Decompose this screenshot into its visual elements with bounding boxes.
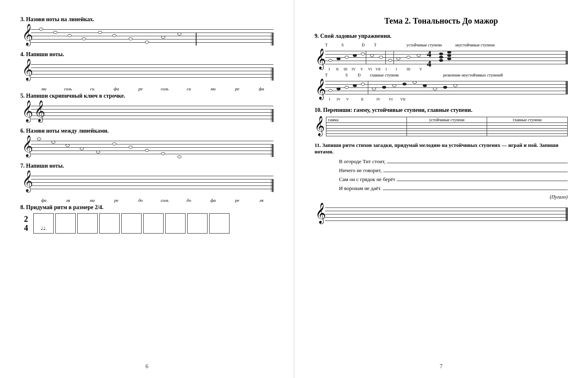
task9-above-labels2: T S D главные ступени резвление неустойч…: [325, 73, 503, 77]
label2-D: D: [358, 73, 370, 77]
task10-header-stable: устойчивые ступени: [407, 117, 487, 122]
poem-text-3: Сам он с грядок не берёт: [339, 176, 395, 183]
task4-labels: ми соль си фа ре соль си ми ре фа: [32, 86, 273, 91]
page-number-left: 6: [146, 363, 149, 370]
label-D: D: [362, 43, 374, 47]
poem-text-2: Ничего не говорит,: [339, 167, 382, 174]
label-S: S: [341, 43, 362, 47]
task6: 6. Назови ноты между линейками. 𝄞: [20, 128, 273, 160]
task10-headers: гамма устойчивые ступени главные ступени: [326, 117, 568, 122]
task11: 11. Запиши ритм стихов загадки, придумай…: [315, 142, 568, 225]
page-number-right: 7: [440, 363, 443, 370]
task8-title: 8. Придумай ритм в размере 2/4.: [20, 204, 273, 211]
rhythm-box-5: [143, 213, 164, 234]
rhythm-box-filled: ♩♩.: [33, 213, 54, 234]
time-sig-top: 2: [24, 214, 28, 223]
task10: 10. Перепиши: гамму, устойчивые ступени,…: [315, 107, 568, 136]
task3-staff: 𝄞: [20, 25, 273, 49]
label-unstable: неустойчивые ступени: [455, 43, 504, 47]
rhythm-box-2: [77, 213, 98, 234]
rhythm-box-7: [187, 213, 208, 234]
double-bar-end: [566, 51, 568, 64]
task9-staff1: T S D T устойчивые ступени неустойчивые …: [315, 43, 568, 71]
poem-line-4: И воронам не даёт.: [339, 185, 568, 192]
section-title: Тема 2. Тональность До мажор: [315, 16, 568, 26]
rhythm-box-3: [99, 213, 120, 234]
task4: 4. Напиши ноты. 𝄞 ми соль си фа ре сол: [20, 51, 273, 91]
label-T: T: [325, 43, 341, 47]
staff-lines-4: [31, 64, 273, 77]
poem-answer: (Пугало): [339, 194, 568, 200]
page-right: Тема 2. Тональность До мажор 9. Спой лад…: [294, 0, 588, 378]
task10-clef-area: 𝄞: [315, 117, 326, 136]
task9-romans1: I II III IV V VI VII I I III V: [325, 67, 427, 71]
label2-S: S: [345, 73, 358, 77]
rhythm-box-6: [165, 213, 186, 234]
task7: 7. Напиши ноты. 𝄞 фа ля ми ре до соль: [20, 163, 273, 203]
task5-title: 5. Напиши скрипичный ключ в строчке.: [20, 93, 273, 99]
poem-line-2: Ничего не говорит,: [339, 167, 568, 174]
poem-blank-3: [397, 181, 568, 181]
task9: 9. Спой ладовые упражнения. T S D T усто…: [315, 33, 568, 101]
task9-above-labels: T S D T устойчивые ступени неустойчивые …: [325, 43, 504, 47]
task7-title: 7. Напиши ноты.: [20, 163, 273, 169]
label-T2: T: [374, 43, 407, 47]
treble-clef-11: 𝄞: [315, 204, 326, 222]
rhythm-box-8: [209, 213, 230, 234]
staff-lines-3: [31, 29, 273, 42]
task10-header-gamma: гамма: [326, 117, 407, 122]
task8-rhythm: 2 4 ♩♩.: [20, 213, 273, 234]
poem-line-1: В огороде Тит стоит,: [339, 158, 568, 165]
time-signature: 2 4: [20, 214, 32, 232]
task10-title: 10. Перепиши: гамму, устойчивые ступени,…: [315, 107, 568, 114]
task5-staff: 𝄞 𝄞: [20, 102, 273, 125]
double-bar-11: [566, 208, 568, 221]
rhythm-box-1: [55, 213, 76, 234]
poem-blank-2: [383, 172, 568, 172]
task7-labels: фа ля ми ре до соль до фа ре ля: [32, 198, 273, 203]
task10-lines-area: [326, 122, 568, 136]
time-sig-9: 4 4: [427, 49, 431, 69]
staff-lines-6: [31, 141, 273, 154]
task11-staff: 𝄞: [315, 203, 568, 225]
task11-title: 11. Запиши ритм стихов загадки, придумай…: [315, 142, 568, 155]
staff-lines-7: [31, 176, 273, 189]
poem-section: В огороде Тит стоит, Ничего не говорит, …: [339, 158, 568, 200]
task9-title: 9. Спой ладовые упражнения.: [315, 33, 568, 39]
label2-stable: главные ступени: [370, 73, 443, 77]
task9-staff2: T S D главные ступени резвление неустойч…: [315, 73, 568, 101]
task10-copy-row: 𝄞 гамма устойчивые ступени главные ступе…: [315, 117, 568, 136]
task3: 3. Назови ноты на линейках. 𝄞: [20, 16, 273, 49]
task10-header-main: главные ступени: [487, 117, 567, 122]
task10-staff-area: гамма устойчивые ступени главные ступени: [326, 117, 568, 136]
task9-romans2: I IV V II IV VI VII: [325, 97, 409, 101]
task3-title: 3. Назови ноты на линейках.: [20, 16, 273, 23]
poem-blank-4: [383, 190, 568, 190]
time-sig-bottom: 4: [24, 223, 28, 232]
poem-text-1: В огороде Тит стоит,: [339, 158, 385, 165]
staff-lines-5: [31, 106, 273, 119]
task6-staff: 𝄞: [20, 137, 273, 160]
page-left: 3. Назови ноты на линейках. 𝄞: [0, 0, 294, 378]
label2-T: T: [325, 73, 345, 77]
task4-title: 4. Напиши ноты.: [20, 51, 273, 58]
task7-staff: 𝄞: [20, 172, 273, 195]
label2-resolution: резвление неустойчивых ступеней: [443, 73, 503, 77]
rhythm-dots: ♩♩.: [41, 225, 47, 232]
task4-staff: 𝄞: [20, 60, 273, 84]
poem-blank-1: [387, 163, 568, 163]
task6-title: 6. Назови ноты между линейками.: [20, 128, 273, 134]
task5: 5. Напиши скрипичный ключ в строчке. 𝄞 𝄞: [20, 93, 273, 125]
poem-line-3: Сам он с грядок не берёт: [339, 176, 568, 183]
treble-clef-10: 𝄞: [315, 116, 325, 135]
label-stable: устойчивые ступени: [407, 43, 455, 47]
poem-text-4: И воронам не даёт.: [339, 185, 381, 192]
book-spread: 3. Назови ноты на линейках. 𝄞: [0, 0, 588, 378]
treble-clef-9b: 𝄞: [315, 80, 326, 98]
rhythm-box-4: [121, 213, 142, 234]
task8: 8. Придумай ритм в размере 2/4. 2 4 ♩♩.: [20, 204, 273, 234]
treble-clef-9a: 𝄞: [315, 50, 326, 68]
